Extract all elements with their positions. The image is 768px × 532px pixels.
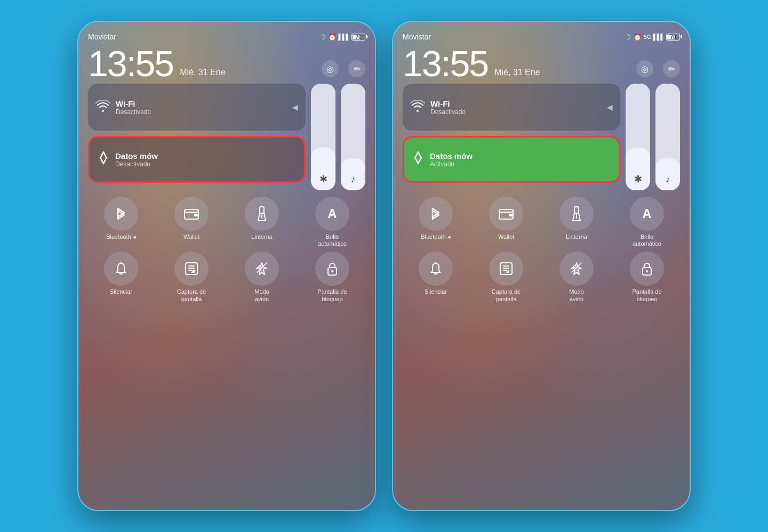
brightness-label-left: Brilloautomático [318, 233, 347, 247]
signal-5g-right: 5G [644, 34, 651, 40]
wifi-label-left: Wi-Fi [116, 99, 151, 108]
controls-main-left: Wi-Fi Desactivado ◀ Datos mów Desactivad… [88, 84, 365, 190]
moon-icon-right: ☽ [625, 33, 631, 41]
brightness-btn-right[interactable]: A Brilloautomático [614, 197, 680, 247]
lock-label-right: Pantalla debloqueo [632, 288, 661, 302]
target-icon-left[interactable]: ◎ [322, 60, 339, 77]
silent-circle-right [419, 252, 453, 286]
airplane-btn-left[interactable]: Modoavión [229, 252, 295, 302]
screenshot-btn-left[interactable]: Captura depantalla [158, 252, 225, 302]
wifi-tile-right[interactable]: Wi-Fi Desactivado ◀ [403, 84, 620, 131]
brightness-circle-right: A [630, 197, 664, 231]
brightness-slider-right[interactable]: ✱ [626, 84, 650, 190]
flashlight-circle-right [559, 197, 594, 231]
bluetooth-label-right: Bluetooth ◂ [421, 233, 451, 240]
wifi-arrow-right: ◀ [607, 103, 613, 111]
brightness-label-right: Brilloautomático [633, 233, 661, 247]
wifi-sublabel-right: Desactivado [430, 108, 466, 116]
mobile-sublabel-left: Desactivado [115, 160, 158, 168]
tile-group-right: Wi-Fi Desactivado ◀ Datos mów Activado [403, 84, 620, 190]
wallet-label-right: Wallet [498, 233, 514, 240]
wallet-btn-left[interactable]: Wallet [158, 197, 225, 247]
brightness-a-left: A [327, 206, 337, 221]
screenshot-btn-right[interactable]: Captura depantalla [473, 252, 539, 302]
svg-rect-2 [260, 207, 264, 213]
time-actions-right: ◎ ✏ [636, 60, 680, 82]
status-bar-left: Movistar ☽ ⏰ ▌▌▌ 70 [88, 33, 365, 41]
airplane-label-left: Modoavión [254, 288, 269, 302]
brightness-circle-left: A [315, 197, 349, 231]
brightness-btn-left[interactable]: A Brilloautomático [299, 197, 365, 247]
lock-circle-right [630, 252, 664, 286]
wifi-text-right: Wi-Fi Desactivado [430, 99, 466, 116]
screenshot-circle-left [174, 252, 209, 286]
mobile-text-right: Datos mów Activado [430, 151, 473, 168]
alarm-icon-left: ⏰ [328, 33, 337, 41]
bluetooth-circle-right [419, 197, 453, 231]
icon-grid2-left: Silenciar Captura depantalla [88, 252, 365, 302]
lock-circle-left [315, 252, 349, 286]
carrier-left: Movistar [88, 33, 116, 41]
lock-label-left: Pantalla debloqueo [317, 288, 347, 302]
silent-btn-left[interactable]: Silenciar [88, 252, 154, 302]
wallet-circle-left [174, 197, 209, 231]
date-icon-right: Mié, 31 Ene [494, 68, 540, 82]
bluetooth-label-left: Bluetooth ◂ [106, 233, 136, 240]
lock-btn-right[interactable]: Pantalla debloqueo [614, 252, 680, 302]
lock-btn-left[interactable]: Pantalla debloqueo [299, 252, 365, 302]
sliders-left: ✱ ♪ [311, 84, 365, 190]
bluetooth-btn-right[interactable]: Bluetooth ◂ [403, 197, 469, 247]
mobile-label-right: Datos mów [430, 151, 473, 160]
status-icons-left: ☽ ⏰ ▌▌▌ 70 [319, 33, 365, 41]
mobile-sublabel-right: Activado [430, 160, 473, 168]
wifi-tile-left[interactable]: Wi-Fi Desactivado ◀ [88, 84, 306, 131]
phone-right: Movistar ☽ ⏰ 5G ▌▌▌ 70 13:55 Mié, 31 Ene… [392, 21, 691, 511]
svg-point-9 [331, 270, 333, 272]
brightness-icon-right: ✱ [634, 173, 642, 185]
battery-right: 70 [666, 34, 680, 41]
target-icon-right[interactable]: ◎ [636, 60, 653, 77]
edit-icon-right[interactable]: ✏ [663, 60, 680, 77]
alarm-icon-right: ⏰ [633, 33, 642, 41]
svg-rect-12 [574, 207, 579, 213]
time-row-left: 13:55 Mié, 31 Ene ◎ ✏ [88, 45, 365, 82]
bluetooth-btn-left[interactable]: Bluetooth ◂ [88, 197, 154, 247]
volume-slider-right[interactable]: ♪ [655, 84, 680, 190]
wifi-text-left: Wi-Fi Desactivado [116, 99, 151, 116]
wallet-btn-right[interactable]: Wallet [473, 197, 539, 247]
time-actions-left: ◎ ✏ [322, 60, 365, 82]
brightness-slider-left[interactable]: ✱ [311, 84, 335, 190]
svg-point-19 [646, 270, 648, 272]
wifi-icon-left [95, 99, 110, 116]
flashlight-circle-left [245, 197, 279, 231]
mobile-label-left: Datos mów [115, 151, 158, 160]
mobile-tile-right[interactable]: Datos mów Activado [403, 136, 620, 183]
status-icons-right: ☽ ⏰ 5G ▌▌▌ 70 [625, 33, 680, 41]
wallet-circle-right [489, 197, 523, 231]
bluetooth-circle-left [104, 197, 138, 231]
silent-btn-right[interactable]: Silenciar [403, 252, 469, 302]
mobile-text-left: Datos mów Desactivado [115, 151, 158, 168]
mobile-tile-left[interactable]: Datos mów Desactivado [88, 136, 306, 183]
silent-circle-left [104, 252, 138, 286]
status-bar-right: Movistar ☽ ⏰ 5G ▌▌▌ 70 [403, 33, 680, 41]
icon-grid1-left: Bluetooth ◂ Wallet [88, 197, 365, 247]
wifi-sublabel-left: Desactivado [116, 108, 151, 116]
flashlight-btn-left[interactable]: Linterna [229, 197, 295, 247]
volume-icon-right: ♪ [666, 174, 670, 185]
brightness-a-right: A [642, 206, 651, 221]
tile-group-left: Wi-Fi Desactivado ◀ Datos mów Desactivad… [88, 84, 306, 190]
signal-left: ▌▌▌ [339, 34, 349, 40]
wifi-label-right: Wi-Fi [430, 99, 466, 108]
edit-icon-left[interactable]: ✏ [348, 60, 365, 77]
wallet-label-left: Wallet [183, 233, 199, 240]
date-icon-left: Mié, 31 Ene [180, 68, 225, 82]
volume-slider-left[interactable]: ♪ [341, 84, 365, 190]
time-row-right: 13:55 Mié, 31 Ene ◎ ✏ [403, 45, 680, 82]
screenshot-label-right: Captura depantalla [492, 288, 521, 302]
flashlight-btn-right[interactable]: Linterna [543, 197, 610, 247]
icon-grid1-right: Bluetooth ◂ Wallet [403, 197, 680, 247]
mobile-icon-left [97, 151, 110, 168]
wifi-icon-right [410, 99, 425, 116]
airplane-btn-right[interactable]: Modoavión [543, 252, 610, 302]
